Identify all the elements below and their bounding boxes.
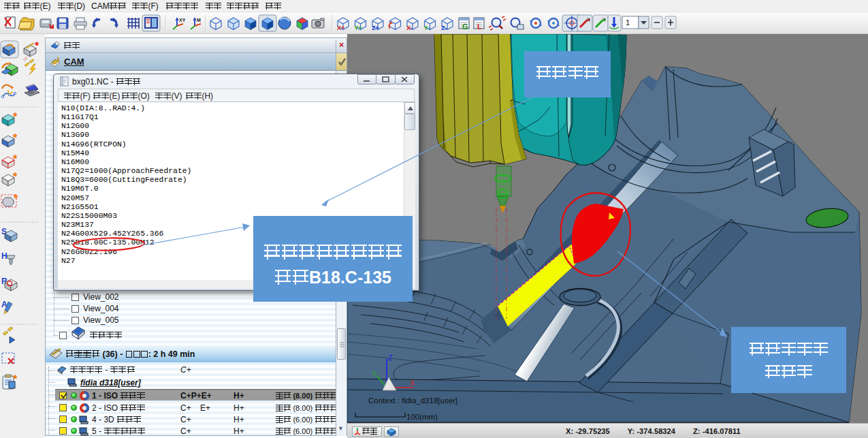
svg-text:Context : fidia_d318[user]: Context : fidia_d318[user] (368, 396, 457, 405)
svg-text:Z: Z (388, 354, 393, 362)
svg-text:X: X (587, 17, 590, 22)
svg-text:X-: X- (406, 25, 413, 31)
svg-text:Y-: Y- (424, 25, 430, 31)
svg-text:G: G (462, 22, 468, 31)
svg-text:100(mm): 100(mm) (406, 413, 438, 421)
svg-text:Y+: Y+ (355, 25, 362, 31)
svg-text:H: H (1, 251, 7, 261)
svg-text:Z-: Z- (441, 25, 447, 31)
svg-text:L: L (477, 22, 482, 31)
svg-text:XY: XY (179, 18, 186, 22)
svg-text:X+: X+ (337, 25, 344, 31)
svg-text:M: M (197, 18, 201, 22)
svg-text:Y: Y (602, 17, 606, 22)
svg-text:1: 1 (626, 18, 630, 27)
svg-text:Z+: Z+ (372, 25, 379, 31)
svg-text:X: X (410, 379, 415, 387)
svg-text:Y: Y (372, 370, 377, 378)
